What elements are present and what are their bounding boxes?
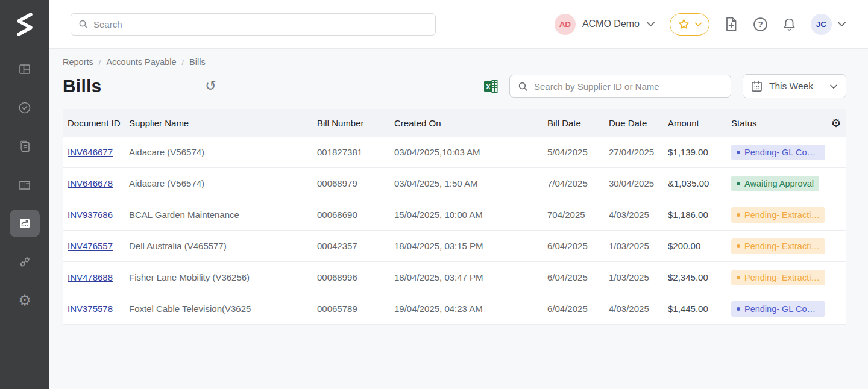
due-date-cell: 1/03/2025 bbox=[604, 272, 663, 282]
supplier-name-cell: Aidacare (V56574) bbox=[124, 178, 312, 188]
table-body: INV646677 Aidacare (V56574) 001827381 03… bbox=[63, 137, 846, 325]
favorites-button[interactable] bbox=[670, 13, 709, 36]
created-on-cell: 15/04/2025, 10:00 AM bbox=[389, 210, 542, 220]
supplier-name-cell: Aidacare (V56574) bbox=[124, 147, 312, 157]
global-search[interactable] bbox=[71, 13, 436, 36]
topbar: AD ACMO Demo bbox=[49, 0, 868, 48]
status-dot-icon bbox=[737, 213, 740, 217]
excel-export-icon: X bbox=[484, 80, 498, 93]
notifications-bell-icon bbox=[782, 17, 796, 32]
topbar-right: AD ACMO Demo bbox=[555, 13, 846, 36]
column-header-due-date[interactable]: Due Date bbox=[604, 118, 663, 128]
status-dot-icon bbox=[737, 307, 740, 311]
notifications-button[interactable] bbox=[782, 17, 796, 32]
bill-date-cell: 704/2025 bbox=[542, 210, 604, 220]
supplier-search-input[interactable] bbox=[534, 81, 723, 92]
status-label: Pending- Extractio... bbox=[744, 241, 820, 251]
column-header-bill-date[interactable]: Bill Date bbox=[542, 118, 604, 128]
help-icon: ? bbox=[753, 17, 768, 32]
status-dot-icon bbox=[737, 276, 740, 279]
refresh-icon[interactable]: ↺ bbox=[205, 79, 216, 93]
created-on-cell: 19/04/2025, 04:23 AM bbox=[389, 303, 542, 314]
supplier-name-cell: Dell Australia (V465577) bbox=[124, 241, 312, 251]
org-switcher[interactable]: AD ACMO Demo bbox=[555, 14, 655, 35]
document-id-link[interactable]: INV646677 bbox=[68, 147, 113, 157]
document-id-link[interactable]: INV646678 bbox=[68, 178, 113, 188]
breadcrumb: Reports / Accounts Payable / Bills bbox=[63, 49, 846, 67]
column-header-supplier-name[interactable]: Supplier Name bbox=[124, 118, 312, 128]
title-row: Bills ↺ X bbox=[63, 72, 846, 101]
status-label: Awaiting Approval bbox=[744, 179, 814, 188]
bill-number-cell: 00065789 bbox=[312, 303, 389, 314]
amount-cell: $2,345.00 bbox=[663, 272, 726, 282]
sidebar-item-settings[interactable]: ⚙ bbox=[10, 287, 40, 314]
status-badge: Pending- Extractio... bbox=[731, 238, 825, 254]
due-date-cell: 4/03/2025 bbox=[604, 303, 663, 314]
sidebar-item-approvals[interactable] bbox=[10, 94, 40, 122]
global-search-input[interactable] bbox=[93, 19, 428, 30]
integrations-icon bbox=[17, 255, 32, 269]
bill-date-cell: 6/04/2025 bbox=[542, 272, 604, 282]
document-id-link[interactable]: INV937686 bbox=[68, 210, 113, 220]
table-settings-gear-icon: ⚙ bbox=[831, 117, 841, 129]
approvals-icon bbox=[17, 101, 32, 115]
document-id-link[interactable]: INV375578 bbox=[68, 303, 113, 314]
documents-icon bbox=[17, 139, 32, 154]
document-id-link[interactable]: INV478688 bbox=[68, 272, 113, 282]
document-id-link[interactable]: INV476557 bbox=[68, 241, 113, 251]
bill-date-cell: 6/04/2025 bbox=[542, 303, 604, 314]
sidebar-item-reports[interactable] bbox=[10, 210, 40, 237]
date-filter-dropdown[interactable]: This Week bbox=[743, 74, 846, 98]
breadcrumb-separator: / bbox=[181, 58, 184, 67]
table-row: INV476557 Dell Australia (V465577) 00042… bbox=[63, 231, 846, 262]
sidebar-item-dashboard[interactable] bbox=[10, 55, 40, 83]
status-label: Pending- Extractio... bbox=[744, 273, 820, 282]
org-avatar: AD bbox=[555, 14, 576, 35]
date-filter-value: This Week bbox=[769, 81, 823, 92]
sidebar: ⚙ bbox=[0, 0, 49, 389]
status-badge: Awaiting Approval bbox=[731, 176, 819, 191]
svg-text:?: ? bbox=[758, 20, 763, 29]
organization-icon bbox=[17, 178, 32, 192]
user-menu[interactable]: JC bbox=[811, 14, 846, 35]
breadcrumb-accounts-payable[interactable]: Accounts Payable bbox=[106, 57, 176, 67]
help-button[interactable]: ? bbox=[753, 17, 768, 32]
created-on-cell: 03/04/2025, 1:50 AM bbox=[389, 178, 542, 188]
status-badge: Pending- Extractio... bbox=[731, 207, 825, 223]
add-document-icon bbox=[724, 16, 738, 32]
table-header: Document ID Supplier Name Bill Number Cr… bbox=[63, 109, 846, 137]
amount-cell: $1,445.00 bbox=[663, 303, 726, 314]
bill-date-cell: 6/04/2025 bbox=[542, 241, 604, 251]
sidebar-item-documents[interactable] bbox=[10, 132, 40, 160]
column-header-bill-number[interactable]: Bill Number bbox=[312, 118, 389, 128]
sidebar-item-integrations[interactable] bbox=[10, 248, 40, 276]
table-toolbar: X bbox=[484, 74, 846, 98]
add-document-button[interactable] bbox=[724, 16, 738, 32]
chevron-down-icon bbox=[837, 21, 846, 27]
search-icon bbox=[518, 81, 528, 92]
svg-text:X: X bbox=[486, 83, 491, 90]
column-header-document-id[interactable]: Document ID bbox=[63, 118, 124, 128]
column-settings-button[interactable]: ⚙ bbox=[826, 117, 846, 129]
bill-number-cell: 00068979 bbox=[312, 178, 389, 188]
main-area: AD ACMO Demo bbox=[49, 0, 868, 389]
table-row: INV646677 Aidacare (V56574) 001827381 03… bbox=[63, 137, 846, 168]
chevron-down-icon bbox=[694, 22, 702, 27]
sidebar-item-organization[interactable] bbox=[10, 171, 40, 199]
column-header-amount[interactable]: Amount bbox=[663, 118, 726, 128]
breadcrumb-separator: / bbox=[99, 58, 101, 67]
supplier-search[interactable] bbox=[509, 75, 731, 98]
column-header-created-on[interactable]: Created On bbox=[389, 118, 542, 128]
app-window: ⚙ AD ACMO Demo bbox=[0, 0, 868, 389]
supplier-name-cell: Fisher Lane Mobility (V36256) bbox=[124, 272, 312, 282]
amount-cell: $1,139.00 bbox=[663, 147, 726, 157]
excel-export-button[interactable]: X bbox=[484, 80, 498, 93]
calendar-icon bbox=[751, 80, 763, 92]
breadcrumb-reports[interactable]: Reports bbox=[63, 57, 93, 67]
app-logo-icon[interactable] bbox=[11, 10, 39, 39]
status-dot-icon bbox=[737, 151, 740, 154]
favorites-star-icon bbox=[678, 18, 690, 31]
column-header-status[interactable]: Status bbox=[726, 118, 826, 128]
amount-cell: $1,186.00 bbox=[663, 210, 726, 220]
reports-icon bbox=[17, 216, 32, 231]
